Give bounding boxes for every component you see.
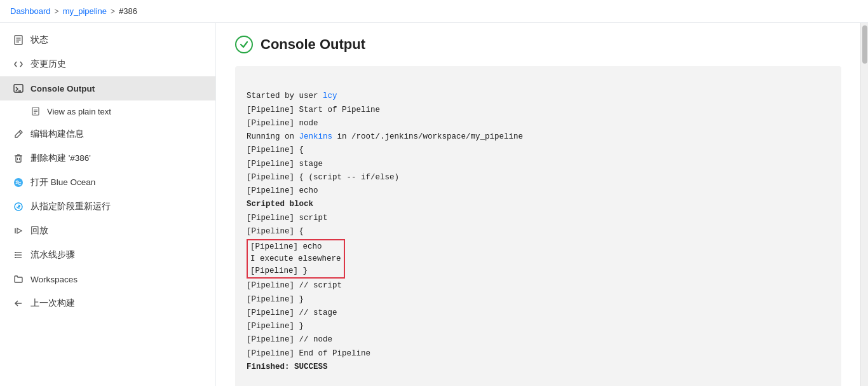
sidebar-label-pipeline-steps: 流水线步骤 xyxy=(31,249,75,261)
sidebar-label-delete: 删除构建 '#386' xyxy=(31,153,91,164)
console-output-box: Started by user lcy [Pipeline] Start of … xyxy=(235,66,841,386)
console-line-4: Running on Jenkins in /root/.jenkins/wor… xyxy=(247,132,523,141)
sidebar-label-blue-ocean: 打开 Blue Ocean xyxy=(31,177,95,188)
main-content: Console Output Started by user lcy [Pipe… xyxy=(216,23,860,386)
scrollbar-track[interactable] xyxy=(860,23,868,386)
highlighted-block: [Pipeline] echo I execute elsewhere [Pip… xyxy=(247,239,345,279)
console-line-3: [Pipeline] node xyxy=(247,119,318,128)
sidebar-item-prev-build[interactable]: 上一次构建 xyxy=(0,291,215,315)
console-line-13: [Pipeline] // stage xyxy=(247,308,337,317)
sidebar: 状态 变更历史 Console Output View as plain tex… xyxy=(0,23,216,386)
sidebar-label-prev-build: 上一次构建 xyxy=(31,298,75,309)
console-line-2: [Pipeline] Start of Pipeline xyxy=(247,106,380,114)
replay-icon xyxy=(13,225,24,237)
svg-rect-11 xyxy=(16,156,21,162)
page-header: Console Output xyxy=(235,36,841,53)
sidebar-label-console: Console Output xyxy=(31,84,95,93)
list-icon xyxy=(13,249,24,261)
sidebar-item-replay[interactable]: 回放 xyxy=(0,219,215,243)
svg-point-22 xyxy=(15,257,16,258)
console-line-5: [Pipeline] { xyxy=(247,146,304,155)
breadcrumb-sep-2: > xyxy=(111,7,115,16)
console-line-9: [Pipeline] script xyxy=(247,214,328,223)
console-line-7: [Pipeline] { (script -- if/else) xyxy=(247,173,399,182)
scrollbar-thumb[interactable] xyxy=(862,25,867,64)
sidebar-item-workspaces[interactable]: Workspaces xyxy=(0,267,215,291)
breadcrumb-dashboard[interactable]: Dashboard xyxy=(10,6,51,16)
user-link[interactable]: lcy xyxy=(323,92,337,100)
sidebar-item-rerun[interactable]: 从指定阶段重新运行 xyxy=(0,195,215,219)
sidebar-item-pipeline-steps[interactable]: 流水线步骤 xyxy=(0,243,215,267)
page-title: Console Output xyxy=(261,36,365,53)
svg-point-20 xyxy=(15,252,16,253)
file-icon xyxy=(31,106,41,116)
sidebar-label-replay: 回放 xyxy=(31,225,48,237)
success-icon xyxy=(235,36,253,53)
sidebar-item-blue-ocean[interactable]: 打开 Blue Ocean xyxy=(0,170,215,195)
terminal-icon xyxy=(13,83,24,94)
sidebar-item-delete[interactable]: 删除构建 '#386' xyxy=(0,146,215,170)
sidebar-item-plain-text[interactable]: View as plain text xyxy=(0,100,215,122)
console-line-6: [Pipeline] stage xyxy=(247,160,323,169)
breadcrumb-pipeline[interactable]: my_pipeline xyxy=(63,6,107,16)
breadcrumb-build: #386 xyxy=(119,6,137,16)
sidebar-item-status[interactable]: 状态 xyxy=(0,28,215,52)
folder-icon xyxy=(13,273,24,285)
sidebar-label-plain-text: View as plain text xyxy=(47,107,111,116)
console-line-1: Started by user lcy xyxy=(247,92,337,100)
console-line-11: [Pipeline] // script xyxy=(247,281,342,290)
breadcrumb: Dashboard > my_pipeline > #386 xyxy=(0,0,868,23)
sidebar-label-rerun: 从指定阶段重新运行 xyxy=(31,201,111,212)
console-line-12: [Pipeline] } xyxy=(247,295,304,304)
sidebar-item-changes[interactable]: 变更历史 xyxy=(0,52,215,76)
console-line-16: [Pipeline] End of Pipeline xyxy=(247,349,370,358)
ocean-icon xyxy=(13,177,24,188)
sidebar-label-status: 状态 xyxy=(31,34,48,46)
svg-line-10 xyxy=(19,132,21,134)
console-line-finished: Finished: SUCCESS xyxy=(247,362,328,371)
console-line-10: [Pipeline] { xyxy=(247,227,304,236)
console-line-scripted: Scripted block xyxy=(247,200,313,209)
code-icon xyxy=(13,59,24,70)
back-icon xyxy=(13,298,24,309)
console-line-15: [Pipeline] // node xyxy=(247,335,332,344)
document-icon xyxy=(13,34,24,46)
sidebar-item-console[interactable]: Console Output xyxy=(0,76,215,100)
console-line-8: [Pipeline] echo xyxy=(247,186,318,195)
trash-icon xyxy=(13,153,24,164)
sidebar-item-edit-build[interactable]: 编辑构建信息 xyxy=(0,122,215,146)
sidebar-label-edit: 编辑构建信息 xyxy=(31,128,84,140)
breadcrumb-sep-1: > xyxy=(55,7,59,16)
jenkins-link[interactable]: Jenkins xyxy=(299,132,333,141)
sidebar-label-changes: 变更历史 xyxy=(31,59,66,70)
edit-icon xyxy=(13,128,24,140)
sidebar-label-workspaces: Workspaces xyxy=(31,275,78,284)
rerun-icon xyxy=(13,201,24,212)
console-line-14: [Pipeline] } xyxy=(247,322,304,331)
svg-point-21 xyxy=(15,254,16,256)
